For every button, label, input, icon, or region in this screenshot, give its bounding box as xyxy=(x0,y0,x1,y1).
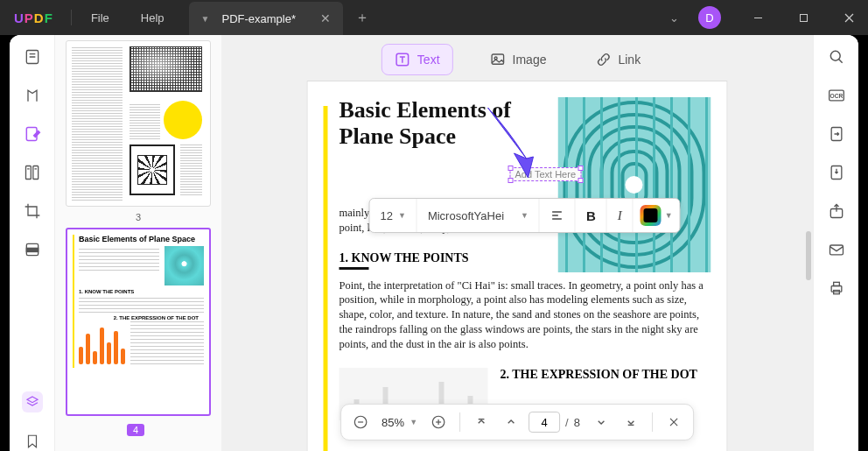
edit-mode-toolbar: Text Image Link xyxy=(382,44,653,75)
pdf-page[interactable]: Basic Elements of Plane Space xyxy=(307,81,728,451)
edit-link-button[interactable]: Link xyxy=(583,45,653,74)
titlebar-chevron-icon[interactable]: ⌄ xyxy=(657,4,691,32)
left-rail xyxy=(10,35,55,451)
app-shell: 3 Basic Elements of Plane Space 1. KNOW … xyxy=(10,35,858,451)
bold-button[interactable]: B xyxy=(576,199,607,232)
tab-title: PDF-example* xyxy=(221,12,296,25)
thumbnail-label-3: 3 xyxy=(66,212,211,222)
svg-rect-55 xyxy=(833,282,839,285)
tab-dropdown-icon[interactable]: ▼ xyxy=(201,14,210,24)
redact-icon[interactable] xyxy=(23,240,42,259)
svg-point-33 xyxy=(626,176,643,194)
app-logo: UPDF xyxy=(0,11,67,25)
align-button[interactable] xyxy=(540,199,576,232)
document-tab[interactable]: ▼ PDF-example* ✕ xyxy=(189,2,343,35)
zoom-in-button[interactable] xyxy=(426,410,451,434)
organize-icon[interactable] xyxy=(23,163,42,182)
vertical-scrollbar[interactable] xyxy=(806,231,811,280)
thumbnail-panel: 3 Basic Elements of Plane Space 1. KNOW … xyxy=(55,35,221,451)
share-icon[interactable] xyxy=(827,201,846,221)
crop-icon[interactable] xyxy=(23,201,42,221)
font-size-select[interactable]: 12▼ xyxy=(370,199,417,232)
first-page-button[interactable] xyxy=(469,410,494,434)
menu-help[interactable]: Help xyxy=(125,11,180,25)
section-paragraph-1[interactable]: Point, the interpretation of "Ci Hai" is… xyxy=(340,278,711,352)
next-page-button[interactable] xyxy=(589,410,613,434)
document-canvas[interactable]: Text Image Link Basic Elements of Plane … xyxy=(221,35,813,451)
compress-icon[interactable] xyxy=(827,163,846,182)
page-sep: / xyxy=(565,416,569,429)
menu-file[interactable]: File xyxy=(75,11,125,25)
edit-image-button[interactable]: Image xyxy=(478,45,559,74)
window-close-button[interactable] xyxy=(830,0,868,35)
prev-page-button[interactable] xyxy=(499,410,523,434)
image-icon xyxy=(490,52,506,67)
text-color-button[interactable]: ▼ xyxy=(634,205,680,226)
thumbnail-page-4[interactable]: Basic Elements of Plane Space 1. KNOW TH… xyxy=(66,228,211,416)
ocr-icon[interactable]: OCR xyxy=(827,86,846,105)
thumbnail-label-4: 4 xyxy=(127,424,144,436)
font-family-select[interactable]: MicrosoftYaHei▼ xyxy=(417,199,540,232)
layers-icon[interactable] xyxy=(22,391,43,412)
email-icon[interactable] xyxy=(827,240,846,259)
window-minimize-button[interactable] xyxy=(738,0,777,35)
close-pagebar-button[interactable] xyxy=(662,410,686,434)
window-maximize-button[interactable] xyxy=(784,0,822,35)
page-control-bar: 85%▼ / 8 xyxy=(340,404,694,440)
new-tab-button[interactable]: ＋ xyxy=(355,9,369,27)
print-icon[interactable] xyxy=(827,278,846,298)
svg-line-47 xyxy=(838,60,842,63)
svg-rect-15 xyxy=(492,54,504,64)
edit-text-button[interactable]: Text xyxy=(382,44,453,75)
tab-close-icon[interactable]: ✕ xyxy=(320,11,331,25)
zoom-level-select[interactable]: 85%▼ xyxy=(378,416,421,429)
text-icon xyxy=(395,52,410,67)
page-total: 8 xyxy=(574,416,584,429)
page-number-input[interactable] xyxy=(528,412,560,433)
search-icon[interactable] xyxy=(827,47,846,67)
section-heading-2[interactable]: 2. THE EXPRESSION OF THE DOT xyxy=(500,368,711,382)
zoom-out-button[interactable] xyxy=(348,410,373,434)
annotate-icon[interactable] xyxy=(23,86,42,105)
edit-icon[interactable] xyxy=(23,124,42,144)
text-format-toolbar: 12▼ MicrosoftYaHei▼ B I ▼ xyxy=(369,198,681,233)
bookmark-icon[interactable] xyxy=(23,432,42,451)
page-accent-bar xyxy=(324,106,328,451)
user-avatar[interactable]: D xyxy=(698,6,721,29)
svg-rect-53 xyxy=(830,245,843,255)
italic-button[interactable]: I xyxy=(607,199,634,232)
svg-rect-8 xyxy=(25,166,31,180)
last-page-button[interactable] xyxy=(619,410,643,434)
cursor-arrow-overlay xyxy=(483,104,551,187)
right-rail: OCR xyxy=(813,35,858,451)
svg-rect-13 xyxy=(26,248,38,251)
svg-rect-9 xyxy=(32,166,38,180)
svg-text:OCR: OCR xyxy=(830,93,843,99)
page-image-tunnel[interactable] xyxy=(558,97,711,272)
thumbnail-page-3[interactable] xyxy=(66,40,211,207)
link-icon xyxy=(595,52,611,67)
reader-mode-icon[interactable] xyxy=(23,47,42,67)
title-bar: UPDF File Help ▼ PDF-example* ✕ ＋ ⌄ D xyxy=(0,0,868,35)
svg-rect-1 xyxy=(800,14,807,21)
convert-icon[interactable] xyxy=(827,124,846,144)
